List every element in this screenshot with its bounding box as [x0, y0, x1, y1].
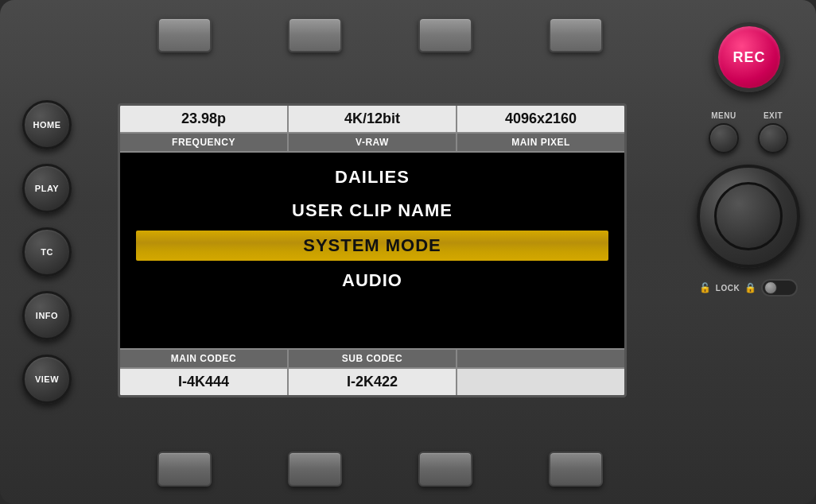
right-panel: MENU EXIT 🔓 LOCK 🔒: [697, 111, 800, 297]
lock-area: 🔓 LOCK 🔒: [699, 279, 798, 297]
menu-item-user-clip-name[interactable]: USER CLIP NAME: [136, 197, 608, 224]
top-btn-2[interactable]: [288, 17, 342, 52]
jog-wheel[interactable]: [697, 165, 800, 268]
menu-label: MENU: [711, 111, 736, 120]
mainpixel-value: 4096x2160: [457, 106, 624, 132]
menu-item-dailies[interactable]: DAILIES: [136, 164, 608, 191]
empty-codec-label: [457, 350, 624, 367]
exit-control: EXIT: [758, 111, 788, 153]
menu-item-audio[interactable]: AUDIO: [136, 267, 608, 294]
bottom-function-buttons: [119, 452, 641, 487]
lock-toggle[interactable]: [761, 279, 798, 297]
main-codec-value: I-4K444: [120, 369, 289, 395]
mainpixel-label: MAIN PIXEL: [457, 134, 624, 151]
screen-label-bar: FREQUENCY V-RAW MAIN PIXEL: [120, 134, 624, 153]
menu-item-system-mode[interactable]: SYSTEM MODE: [136, 231, 608, 261]
bottom-btn-4[interactable]: [549, 452, 603, 487]
view-button[interactable]: VIEW: [22, 355, 72, 404]
codec-value-bar: I-4K444 I-2K422: [120, 367, 624, 395]
play-button[interactable]: PLAY: [22, 164, 72, 213]
bottom-btn-1[interactable]: [157, 452, 212, 487]
exit-label: EXIT: [764, 111, 783, 120]
tc-button[interactable]: TC: [22, 227, 72, 277]
lock-toggle-knob: [764, 281, 777, 294]
sub-codec-label: SUB CODEC: [289, 350, 457, 367]
screen-menu: DAILIES USER CLIP NAME SYSTEM MODE AUDIO: [120, 153, 624, 305]
device-body: HOME PLAY TC INFO VIEW REC 23.98p: [0, 0, 816, 504]
lock-closed-icon: 🔒: [744, 282, 756, 293]
menu-exit-row: MENU EXIT: [709, 111, 788, 153]
info-button[interactable]: INFO: [22, 291, 72, 340]
screen-top-bar: 23.98p 4K/12bit 4096x2160: [120, 106, 624, 134]
bottom-btn-3[interactable]: [418, 452, 472, 487]
menu-control: MENU: [709, 111, 739, 153]
home-button[interactable]: HOME: [22, 100, 72, 149]
screen-bottom: MAIN CODEC SUB CODEC I-4K444 I-2K422: [120, 348, 624, 395]
top-btn-4[interactable]: [549, 17, 603, 52]
main-codec-label: MAIN CODEC: [120, 350, 289, 367]
vraw-label: V-RAW: [289, 134, 457, 151]
codec-label-bar: MAIN CODEC SUB CODEC: [120, 348, 624, 367]
frequency-value: 23.98p: [120, 106, 289, 132]
main-screen: 23.98p 4K/12bit 4096x2160 FREQUENCY V-RA…: [118, 103, 627, 397]
top-function-buttons: [119, 17, 641, 52]
frequency-label: FREQUENCY: [120, 134, 289, 151]
bottom-btn-2[interactable]: [288, 452, 342, 487]
menu-button[interactable]: [709, 123, 739, 153]
exit-button[interactable]: [758, 123, 788, 153]
empty-codec-value: [457, 369, 624, 395]
lock-label: LOCK: [716, 284, 740, 293]
rec-button[interactable]: REC: [714, 22, 784, 92]
left-nav-buttons: HOME PLAY TC INFO VIEW: [22, 100, 72, 404]
lock-open-icon: 🔓: [699, 282, 711, 293]
top-btn-3[interactable]: [418, 17, 472, 52]
vraw-value: 4K/12bit: [289, 106, 457, 132]
sub-codec-value: I-2K422: [289, 369, 457, 395]
top-btn-1[interactable]: [157, 17, 212, 52]
